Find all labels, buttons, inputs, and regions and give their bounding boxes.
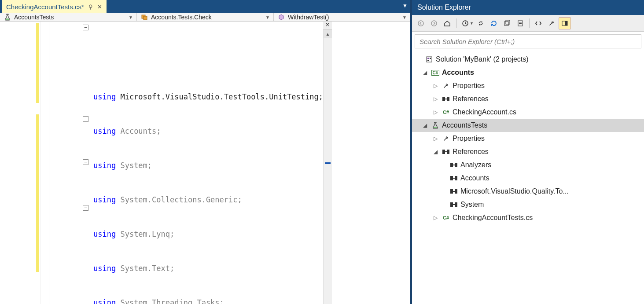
expand-twisty[interactable]: ◢ <box>421 122 429 128</box>
fold-toggle[interactable]: − <box>83 25 88 30</box>
outline-line <box>90 30 90 103</box>
expand-twisty[interactable]: ▷ <box>431 136 439 142</box>
solution-tree[interactable]: Solution 'MyBank' (2 projects) ◢ C# Acco… <box>412 51 644 226</box>
navigation-bar: AccountsTests ▼ Accounts.Tests.Check ▼ W… <box>0 13 410 22</box>
svg-rect-11 <box>565 21 567 26</box>
kw-using: using <box>93 228 120 240</box>
show-all-button[interactable] <box>514 17 526 29</box>
svg-rect-14 <box>430 58 431 59</box>
code-text: System; <box>120 160 152 171</box>
references-icon <box>441 97 451 101</box>
svg-rect-1 <box>144 16 147 20</box>
reference-item[interactable]: System <box>412 198 644 211</box>
properties-node[interactable]: ▷ Properties <box>412 79 644 92</box>
sync-button[interactable] <box>475 17 487 29</box>
references-node[interactable]: ▷ References <box>412 92 644 106</box>
properties-button[interactable] <box>545 17 558 29</box>
split-icon[interactable]: ⤧ <box>323 22 332 29</box>
search-input[interactable] <box>415 35 641 48</box>
tree-label: Microsoft.VisualStudio.Quality.To... <box>460 187 569 195</box>
expand-twisty[interactable]: ◢ <box>421 70 429 76</box>
editor-pane: CheckingAccountTests.cs* ⚲ ✕ ▼ AccountsT… <box>0 0 412 304</box>
tree-label: Analyzers <box>460 161 491 169</box>
code-text: System.Text; <box>120 263 174 274</box>
collapse-all-button[interactable] <box>501 17 513 29</box>
code-text: Microsoft.VisualStudio.TestTools.UnitTes… <box>120 91 323 103</box>
gutter <box>0 22 40 304</box>
chevron-down-icon: ▼ <box>402 15 407 20</box>
tab-overflow-icon[interactable]: ▼ <box>402 3 408 9</box>
references-node[interactable]: ◢ References <box>412 145 644 158</box>
expand-twisty[interactable]: ▷ <box>431 109 439 115</box>
refresh-button[interactable] <box>488 17 500 29</box>
chevron-down-icon: ▼ <box>265 15 270 20</box>
csharp-file-icon: C# <box>441 110 451 115</box>
code-editor[interactable]: − − − − using Microsoft.VisualStudio.Tes… <box>0 22 410 304</box>
back-button[interactable] <box>415 17 427 29</box>
solution-explorer-pane: Solution Explorer ▼ Solution 'My <box>412 0 644 304</box>
test-project-icon <box>431 122 440 129</box>
reference-item[interactable]: Analyzers <box>412 158 644 172</box>
fold-toggle[interactable]: − <box>83 159 88 165</box>
home-button[interactable] <box>441 17 453 29</box>
type-dropdown[interactable]: Accounts.Tests.Check ▼ <box>137 13 274 21</box>
solution-toolbar: ▼ <box>412 15 644 32</box>
csharp-file-icon: C# <box>441 215 451 220</box>
svg-point-2 <box>418 21 423 26</box>
references-icon <box>449 202 459 207</box>
preview-button[interactable] <box>559 17 571 29</box>
expand-twisty[interactable]: ▷ <box>431 215 439 221</box>
svg-rect-6 <box>506 20 510 24</box>
view-code-button[interactable] <box>532 17 545 29</box>
code-text: System.Collections.Generic; <box>120 194 242 205</box>
tree-label: References <box>453 95 489 103</box>
solution-explorer-title[interactable]: Solution Explorer <box>412 0 644 15</box>
separator <box>456 18 456 28</box>
type-label: Accounts.Tests.Check <box>151 14 212 21</box>
pin-icon[interactable]: ⚲ <box>88 4 93 10</box>
fold-toggle[interactable]: − <box>83 116 88 122</box>
scroll-up-icon[interactable]: ▲ <box>324 29 332 38</box>
svg-rect-15 <box>427 60 429 61</box>
member-dropdown[interactable]: WithdrawTest() ▼ <box>274 13 410 21</box>
svg-point-3 <box>431 21 437 26</box>
tree-label: Accounts <box>442 69 474 77</box>
tree-label: System <box>460 201 484 209</box>
tree-label: CheckingAccountTests.cs <box>453 214 533 222</box>
file-node[interactable]: ▷ C# CheckingAccountTests.cs <box>412 211 644 224</box>
scope-dropdown[interactable]: AccountsTests ▼ <box>0 13 137 21</box>
tree-label: References <box>453 148 489 156</box>
document-tab[interactable]: CheckingAccountTests.cs* ⚲ ✕ <box>2 0 107 13</box>
solution-search[interactable] <box>415 34 641 48</box>
solution-node[interactable]: Solution 'MyBank' (2 projects) <box>412 53 644 66</box>
current-line-highlight <box>90 205 323 216</box>
chevron-down-icon[interactable]: ▼ <box>470 21 474 26</box>
kw-using: using <box>93 194 120 205</box>
wrench-icon <box>441 135 451 142</box>
chevron-down-icon: ▼ <box>129 15 133 20</box>
kw-using: using <box>93 263 120 274</box>
forward-button[interactable] <box>428 17 440 29</box>
tree-label: Accounts <box>460 174 489 182</box>
outline-line <box>90 122 90 271</box>
svg-rect-13 <box>427 58 429 59</box>
close-icon[interactable]: ✕ <box>97 4 102 10</box>
expand-twisty[interactable]: ▷ <box>431 83 439 89</box>
vertical-scrollbar[interactable]: ⤧ ▲ <box>323 22 332 304</box>
svg-rect-12 <box>427 57 432 62</box>
tree-label: AccountsTests <box>442 121 487 129</box>
project-node-accounts[interactable]: ◢ C# Accounts <box>412 66 644 79</box>
tree-label: Properties <box>453 82 485 90</box>
member-label: WithdrawTest() <box>288 14 329 21</box>
expand-twisty[interactable]: ◢ <box>431 149 439 155</box>
project-node-accountstests[interactable]: ◢ AccountsTests <box>412 119 644 132</box>
expand-twisty[interactable]: ▷ <box>431 96 439 102</box>
method-icon <box>277 13 285 21</box>
properties-node[interactable]: ▷ Properties <box>412 132 644 145</box>
code-body[interactable]: using Microsoft.VisualStudio.TestTools.U… <box>90 22 323 304</box>
fold-toggle[interactable]: − <box>83 205 88 211</box>
code-text: Accounts; <box>120 125 161 137</box>
reference-item[interactable]: Microsoft.VisualStudio.Quality.To... <box>412 185 644 198</box>
reference-item[interactable]: Accounts <box>412 172 644 185</box>
file-node[interactable]: ▷ C# CheckingAccount.cs <box>412 106 644 119</box>
